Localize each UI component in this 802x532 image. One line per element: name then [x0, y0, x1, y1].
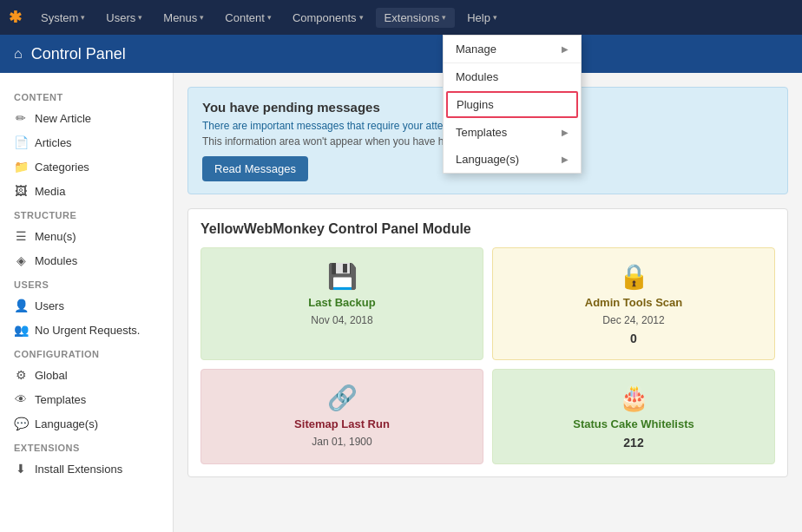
sidebar-item-label: Articles [35, 136, 72, 149]
download-icon: ⬇ [14, 462, 28, 476]
nav-system[interactable]: System ▾ [32, 8, 94, 28]
nav-content[interactable]: Content ▾ [216, 8, 280, 28]
sidebar-item-label: Modules [35, 254, 77, 267]
page-title: Control Panel [31, 45, 126, 63]
caret-icon: ▾ [200, 13, 204, 22]
sidebar-item-menus[interactable]: ☰ Menu(s) [0, 224, 173, 248]
nav-extensions[interactable]: Extensions ▾ [376, 8, 456, 28]
sidebar-item-install-extensions[interactable]: ⬇ Install Extensions [0, 456, 173, 481]
panel-module: YellowWebMonkey Control Panel Module 💾 L… [187, 208, 788, 477]
arrow-right-icon: ▶ [562, 44, 569, 54]
header-bar: ⌂ Control Panel [0, 35, 802, 73]
section-config-title: CONFIGURATION [0, 342, 173, 363]
arrow-right-icon: ▶ [562, 154, 569, 164]
sidebar: CONTENT ✏ New Article 📄 Articles 📁 Categ… [0, 73, 174, 532]
tile-date: Dec 24, 2012 [602, 314, 664, 326]
dropdown-templates[interactable]: Templates ▶ [444, 119, 581, 146]
panel-module-title: YellowWebMonkey Control Panel Module [200, 221, 775, 237]
caret-icon: ▾ [442, 13, 446, 22]
speech-icon: 💬 [14, 417, 28, 430]
lock-icon: 🔒 [619, 262, 649, 291]
tiles-grid: 💾 Last Backup Nov 04, 2018 🔒 Admin Tools… [200, 247, 775, 464]
home-icon[interactable]: ⌂ [14, 46, 23, 62]
sidebar-item-label: Users [35, 299, 64, 312]
sidebar-item-label: Categories [35, 161, 89, 174]
arrow-right-icon: ▶ [562, 128, 569, 137]
nav-menus[interactable]: Menus ▾ [154, 8, 213, 28]
nav-help[interactable]: Help ▾ [458, 8, 506, 28]
tile-value: 0 [630, 332, 637, 345]
section-structure-title: STRUCTURE [0, 203, 173, 224]
caret-icon: ▾ [138, 13, 142, 22]
pencil-icon: ✏ [14, 111, 28, 125]
section-users-title: USERS [0, 273, 173, 293]
sidebar-item-label: Install Extensions [35, 463, 122, 476]
dropdown-plugins[interactable]: Plugins [446, 91, 578, 118]
sidebar-item-languages[interactable]: 💬 Language(s) [0, 411, 173, 436]
modules-icon: ◈ [14, 253, 28, 267]
gear-icon: ⚙ [14, 368, 28, 382]
user-plus-icon: 👥 [14, 323, 28, 337]
sidebar-item-modules[interactable]: ◈ Modules [0, 248, 173, 273]
section-content-title: CONTENT [0, 85, 173, 106]
caret-icon: ▾ [267, 13, 272, 22]
sidebar-item-new-article[interactable]: ✏ New Article [0, 106, 173, 130]
sidebar-item-categories[interactable]: 📁 Categories [0, 154, 173, 179]
media-icon: 🖼 [14, 184, 28, 198]
nav-users[interactable]: Users ▾ [97, 8, 151, 28]
dropdown-manage[interactable]: Manage ▶ [444, 36, 581, 62]
sidebar-item-media[interactable]: 🖼 Media [0, 179, 173, 203]
section-extensions-title: EXTENSIONS [0, 436, 173, 456]
backup-icon: 💾 [327, 262, 358, 291]
cake-icon: 🎂 [619, 384, 649, 412]
tile-admin-tools: 🔒 Admin Tools Scan Dec 24, 2012 0 [492, 247, 775, 360]
tile-last-backup: 💾 Last Backup Nov 04, 2018 [200, 247, 483, 360]
nav-components[interactable]: Components ▾ [284, 8, 372, 28]
menu-icon: ☰ [14, 229, 28, 243]
eye-icon: 👁 [14, 392, 28, 406]
tile-label: Sitemap Last Run [294, 417, 390, 430]
user-icon: 👤 [14, 299, 28, 312]
sidebar-item-label: No Urgent Requests. [35, 324, 140, 337]
joomla-logo[interactable]: ✱ [9, 8, 22, 27]
dropdown-languages[interactable]: Language(s) ▶ [444, 146, 581, 173]
caret-icon: ▾ [359, 13, 364, 22]
folder-icon: 📁 [14, 160, 28, 174]
tile-sitemap: 🔗 Sitemap Last Run Jan 01, 1900 [200, 369, 483, 464]
read-messages-button[interactable]: Read Messages [202, 156, 308, 181]
sidebar-item-label: Global [35, 369, 68, 382]
sidebar-item-global[interactable]: ⚙ Global [0, 363, 173, 387]
tile-label: Admin Tools Scan [585, 296, 682, 309]
dropdown-modules[interactable]: Modules [444, 63, 581, 90]
sidebar-item-label: Language(s) [35, 417, 98, 430]
sidebar-item-articles[interactable]: 📄 Articles [0, 130, 173, 154]
tile-label: Status Cake Whitelists [573, 417, 694, 430]
sidebar-item-users[interactable]: 👤 Users [0, 293, 173, 318]
tile-date: Jan 01, 1900 [312, 436, 371, 448]
sidebar-item-label: Menu(s) [35, 230, 76, 243]
link-icon: 🔗 [327, 384, 358, 412]
top-navigation: ✱ System ▾ Users ▾ Menus ▾ Content ▾ Com… [0, 0, 802, 35]
tile-value: 212 [623, 436, 643, 450]
tile-label: Last Backup [308, 296, 375, 309]
sidebar-item-no-urgent: 👥 No Urgent Requests. [0, 318, 173, 342]
sidebar-item-label: New Article [35, 112, 91, 125]
caret-icon: ▾ [81, 13, 85, 22]
articles-icon: 📄 [14, 135, 28, 149]
sidebar-item-templates[interactable]: 👁 Templates [0, 387, 173, 411]
sidebar-item-label: Media [35, 185, 65, 198]
caret-icon: ▾ [493, 13, 497, 22]
tile-date: Nov 04, 2018 [311, 314, 372, 326]
sidebar-item-label: Templates [35, 393, 86, 406]
extensions-dropdown: Manage ▶ Modules Plugins Templates ▶ Lan… [443, 35, 582, 174]
tile-status-cake: 🎂 Status Cake Whitelists 212 [492, 369, 775, 464]
main-layout: CONTENT ✏ New Article 📄 Articles 📁 Categ… [0, 73, 802, 532]
